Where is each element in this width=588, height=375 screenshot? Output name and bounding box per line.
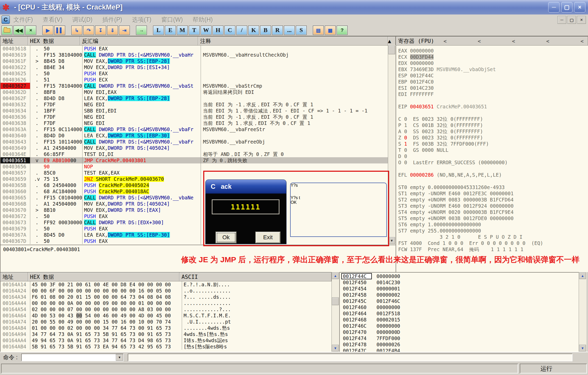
disasm-row[interactable]: 00403638.F7DFNEG EDI当前 EDI 为 1，求反，EDI 不为… (1, 120, 388, 126)
trace-into-button[interactable]: ↧ (95, 26, 106, 35)
stack-row[interactable]: 0012F45400000001 (341, 286, 400, 292)
register-line[interactable]: 3 2 1 0 E S P U O Z D I (396, 234, 588, 240)
menu-item-options[interactable]: 选项(T) (132, 16, 152, 24)
scroll-up-icon[interactable]: ▲ (388, 37, 396, 46)
run-trace-button[interactable]: ... (284, 26, 295, 35)
dump-row[interactable]: 00164A2400 00 6F 00 00 00 00 00 00 00 00… (1, 288, 331, 294)
column-header-disassembly[interactable]: 反汇编 (80, 37, 198, 46)
scroll-up-icon[interactable]: ▲ (332, 272, 339, 279)
call-stack-button[interactable]: K (248, 26, 259, 35)
options-button[interactable]: ▦ (325, 26, 336, 35)
disasm-row[interactable]: 0040364E.66:85FFTEST DI,DI相等于 AND，DI 不为 … (1, 151, 388, 157)
column-header-address[interactable]: 地址 (1, 37, 28, 46)
stack-row[interactable]: 0012F4747FFDF000 (341, 335, 400, 341)
dump-row[interactable]: 00164A1445 00 3F 00 21 00 61 00 4E 00 D8… (1, 281, 331, 288)
column-header-comment[interactable]: 注释 (198, 37, 388, 46)
stack-row[interactable]: 0012F44C00000000 (341, 273, 400, 279)
register-line[interactable]: EAX 00000000 (396, 48, 588, 54)
stack-row[interactable]: 0012F47800000026 (341, 341, 400, 348)
disasm-row[interactable]: 0040363A.FF15 0C114000CALL DWORD PTR DS:… (1, 126, 388, 132)
cpu-window-button[interactable]: C (224, 26, 235, 35)
handles-window-button[interactable]: H (213, 26, 223, 35)
register-line[interactable]: EDX 00000000 (396, 60, 588, 66)
register-line[interactable]: EIP 00403651 CrackMeP.00403651 (396, 103, 588, 110)
dump-row[interactable]: 00164A34F6 01 08 00 20 01 15 00 00 00 64… (1, 294, 331, 300)
help-button[interactable]: ? (337, 26, 348, 35)
register-line[interactable]: FST 4000 Cond 1 0 0 0 Err 0 0 0 0 0 0 0 … (396, 240, 588, 246)
disasm-row[interactable]: 0040365690NOP (1, 163, 388, 170)
disasm-row[interactable]: 00403626.51PUSH ECX (1, 77, 388, 83)
register-line[interactable]: D 0 (396, 153, 588, 159)
stack-row[interactable]: 0012F46000000000 (341, 304, 400, 310)
register-line[interactable]: A 0 SS 0023 32位 0(FFFFFFFF) (396, 128, 588, 134)
scrollbar-thumb[interactable] (388, 46, 395, 54)
breakpoints-window-button[interactable]: B (260, 26, 271, 35)
menu-item-debug[interactable]: 调试(D) (72, 16, 93, 24)
go-to-address-button[interactable]: → (136, 26, 147, 35)
references-window-button[interactable]: R (272, 26, 283, 35)
mdi-minimize-button[interactable]: ─ (557, 16, 566, 24)
dump-row[interactable]: 00164A7420 00 55 00 49 00 00 00 15 00 16… (1, 319, 331, 325)
menu-item-window[interactable]: 窗口(W) (161, 16, 183, 24)
register-line[interactable]: EBX 73469E3D MSVBVM60.__vbaObjSet (396, 66, 588, 72)
register-line[interactable]: Z 0 DS 0023 32位 0(FFFFFFFF) (396, 134, 588, 141)
register-line[interactable]: EBP 0012F4C0 (396, 79, 588, 85)
scroll-down-icon[interactable]: ▼ (579, 345, 586, 351)
appearance-button[interactable]: ▤ (313, 26, 324, 35)
pause-button[interactable]: ▌▌ (54, 26, 65, 35)
disasm-row[interactable]: 0040361F>8B45 D8MOV EAX,DWORD PTR SS:[EB… (1, 58, 388, 64)
register-line[interactable]: P 1 CS 001B 32位 0(FFFFFFFF) (396, 122, 588, 128)
disasm-row[interactable]: 00403618.50PUSH EAX (1, 46, 388, 52)
mdi-close-button[interactable]: × (577, 16, 586, 24)
stack-row[interactable]: 0012F45800000002 (341, 292, 400, 298)
mdi-child-icon[interactable]: C (2, 16, 10, 24)
disasm-row[interactable]: 00403627.FF15 78104000CALL DWORD PTR DS:… (1, 83, 388, 89)
restore-button[interactable]: ▢ (561, 2, 572, 12)
disasm-row[interactable]: 00403625.50PUSH EAX (1, 70, 388, 77)
menu-item-view[interactable]: 查看(V) (43, 16, 63, 24)
menu-item-plugins[interactable]: 插件(P) (102, 16, 122, 24)
register-line[interactable]: ST6 empty 1.0000000000000000 (396, 221, 588, 228)
close-button[interactable]: × (574, 2, 585, 12)
disasm-row[interactable]: 00403619.FF15 38104000CALL DWORD PTR DS:… (1, 52, 388, 58)
disasm-row[interactable]: 00403636.F7DFNEG EDI当前 EDI 为 -1，求反，EDI 不… (1, 114, 388, 120)
close-program-button[interactable]: × (25, 26, 36, 35)
menu-item-help[interactable]: 帮助(H) (193, 16, 213, 24)
register-line[interactable] (396, 166, 588, 172)
scroll-down-icon[interactable]: ▼ (388, 237, 395, 244)
column-header-hexdata[interactable]: HEX 数据 (28, 37, 80, 46)
source-window-button[interactable]: S (296, 26, 307, 35)
log-window-button[interactable]: L (153, 26, 164, 35)
run-button[interactable]: ▶ (42, 26, 53, 35)
stack-scrollbar[interactable]: ▲ ▼ (579, 272, 586, 352)
disasm-row[interactable]: 00403640.8D4D D0LEA ECX,DWORD PTR SS:[EB… (1, 132, 388, 139)
step-into-button[interactable]: ↳ (71, 26, 82, 35)
register-line[interactable]: ST4 empty +UNORM 0020 0000003B B1FCF9E4 (396, 209, 588, 215)
disasm-row[interactable]: 0040362D.8BF8MOV EDI,EAX将返回结果拷贝到 EDI (1, 89, 388, 95)
disasm-row[interactable]: 00403632.F7DFNEG EDI当前 EDI 为 -1，求反，EDI 不… (1, 101, 388, 108)
dump-row[interactable]: 00164A8401 00 00 00 02 00 00 00 34 77 64… (1, 325, 331, 331)
register-line[interactable]: EDI FFFFFFFF (396, 91, 588, 97)
trace-over-button[interactable]: ⇓ (107, 26, 118, 35)
register-line[interactable] (396, 110, 588, 116)
register-line[interactable]: T 0 GS 0000 NULL (396, 147, 588, 153)
mdi-restore-button[interactable]: ▢ (567, 16, 576, 24)
chevron-down-icon[interactable]: ▼ (116, 354, 123, 361)
register-line[interactable]: O 0 LastErr ERROR_SUCCESS (00000000) (396, 159, 588, 166)
disasm-row[interactable]: 00403634.1BFFSBB EDI,EDI当前 EDI 为 1，带借位减法… (1, 108, 388, 114)
dump-row[interactable]: 00164AB45B 91 65 73 5B 91 65 73 EA 94 65… (1, 343, 331, 350)
register-line[interactable] (396, 97, 588, 103)
stack-row[interactable]: 0012F4500014C230 (341, 279, 400, 286)
stack-row[interactable]: 0012F46800002015 (341, 317, 400, 323)
disasm-row[interactable]: 00403651vE9 AB010000JMP CrackMeP.0040380… (1, 157, 388, 163)
dump-row[interactable]: 00164A4400 00 00 00 0A 00 00 00 09 00 00… (1, 300, 331, 306)
dump-header-address[interactable]: 地址 (1, 273, 28, 281)
hexdump-scrollbar[interactable]: ▲ ▼ (331, 272, 339, 352)
step-over-button[interactable]: ↷ (83, 26, 94, 35)
dump-row[interactable]: 00164A9434 77 64 73 0A 91 65 73 5B 91 65… (1, 331, 331, 337)
menu-item-file[interactable]: 文件(F) (13, 16, 33, 24)
stack-row[interactable]: 0012F46C00000000 (341, 323, 400, 329)
command-combobox[interactable]: ▼ (21, 354, 124, 361)
disasm-row[interactable]: 00403649.A1 24504000MOV EAX,DWORD PTR DS… (1, 145, 388, 151)
register-line[interactable]: S 1 FS 003B 32位 7FFDF000(FFF) (396, 141, 588, 147)
